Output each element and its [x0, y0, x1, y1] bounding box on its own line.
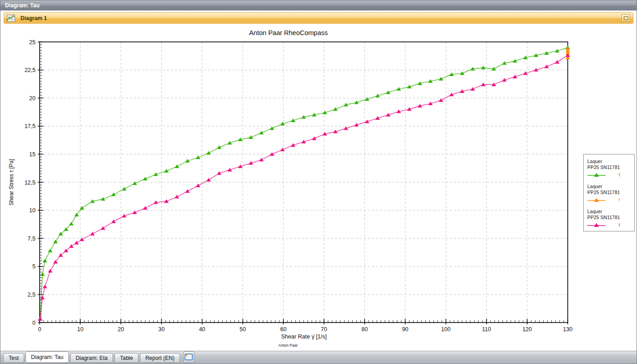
legend-quantity-symbol: τ [618, 222, 620, 227]
svg-text:110: 110 [482, 326, 491, 333]
legend-swatch-row: τ [587, 197, 631, 203]
tab-report-en[interactable]: Report (EN) [140, 353, 180, 363]
diagram-header: Diagram 1 [4, 12, 633, 24]
svg-text:0: 0 [38, 326, 41, 333]
svg-text:17,5: 17,5 [25, 123, 36, 129]
legend-measuring-system: PP25 SN11781 [587, 164, 631, 170]
legend-sample-name: Laquer [587, 209, 631, 215]
legend-quantity-symbol: τ [618, 197, 620, 202]
svg-text:0: 0 [32, 320, 36, 326]
svg-text:60: 60 [280, 326, 287, 333]
svg-text:10: 10 [29, 207, 36, 214]
legend-entry-1[interactable]: LaquerPP25 SN11781τ [587, 159, 631, 178]
svg-text:20: 20 [29, 95, 36, 102]
legend-measuring-system: PP25 SN11781 [587, 215, 631, 220]
legend-swatch-row: τ [587, 222, 631, 228]
svg-text:50: 50 [240, 326, 246, 333]
svg-text:100: 100 [441, 326, 451, 333]
app-window: Diagram: Tau Diagram 1 01020304050607080… [0, 0, 637, 364]
svg-text:15: 15 [29, 151, 36, 158]
svg-text:80: 80 [361, 326, 368, 333]
curve-marker-swatch-icon [587, 197, 606, 203]
curve-legend: LaquerPP25 SN11781τLaquerPP25 SN11781τLa… [583, 154, 635, 231]
svg-text:12,5: 12,5 [25, 179, 36, 186]
tab-diagram-tau[interactable]: Diagram: Tau [26, 351, 69, 363]
svg-text:22,5: 22,5 [25, 67, 36, 73]
svg-text:Anton Paar RheoCompass: Anton Paar RheoCompass [249, 29, 328, 36]
new-window-icon [185, 354, 193, 360]
curve-marker-swatch-icon [587, 222, 606, 228]
curve-marker-swatch-icon [587, 172, 606, 178]
svg-text:Shear Stress τ [Pa]: Shear Stress τ [Pa] [8, 159, 15, 205]
legend-swatch-row: τ [587, 172, 631, 178]
workspace-tab-bar: TestDiagram: TauDiagram: EtaTableReport … [0, 351, 637, 364]
svg-text:120: 120 [522, 326, 532, 333]
svg-text:130: 130 [563, 326, 573, 333]
new-window-button[interactable] [183, 351, 194, 363]
legend-measuring-system: PP25 SN11781 [587, 190, 631, 195]
tab-diagram-eta[interactable]: Diagram: Eta [70, 353, 113, 363]
svg-text:30: 30 [159, 326, 165, 333]
collapse-box-icon [624, 16, 628, 20]
svg-text:5: 5 [32, 263, 36, 270]
legend-entry-2[interactable]: LaquerPP25 SN11781τ [587, 184, 631, 203]
svg-text:Anton Paar: Anton Paar [278, 343, 298, 348]
collapse-panel-button[interactable] [622, 14, 630, 22]
svg-text:90: 90 [402, 326, 408, 333]
pane-title-bar: Diagram: Tau [0, 0, 637, 10]
window-icon-dot [185, 354, 187, 356]
svg-text:10: 10 [77, 326, 83, 333]
svg-text:2,5: 2,5 [28, 292, 36, 298]
legend-sample-name: Laquer [587, 159, 631, 164]
diagram-title: Diagram 1 [21, 15, 47, 21]
pane-title: Diagram: Tau [5, 2, 40, 9]
svg-text:7,5: 7,5 [28, 236, 36, 242]
svg-text:Shear Rate γ̇ [1/s]: Shear Rate γ̇ [1/s] [281, 333, 327, 340]
legend-sample-name: Laquer [587, 184, 631, 190]
svg-text:70: 70 [321, 326, 327, 333]
shear-stress-diagram[interactable]: 010203040506070809010011012013002,557,51… [0, 24, 637, 352]
tab-test[interactable]: Test [3, 353, 24, 363]
tab-table[interactable]: Table [114, 353, 139, 363]
legend-quantity-symbol: τ [618, 172, 620, 177]
diagram-icon [7, 15, 15, 22]
svg-text:20: 20 [118, 326, 124, 333]
legend-entry-3[interactable]: LaquerPP25 SN11781τ [587, 209, 631, 228]
svg-text:40: 40 [199, 326, 205, 333]
svg-text:25: 25 [29, 39, 36, 46]
